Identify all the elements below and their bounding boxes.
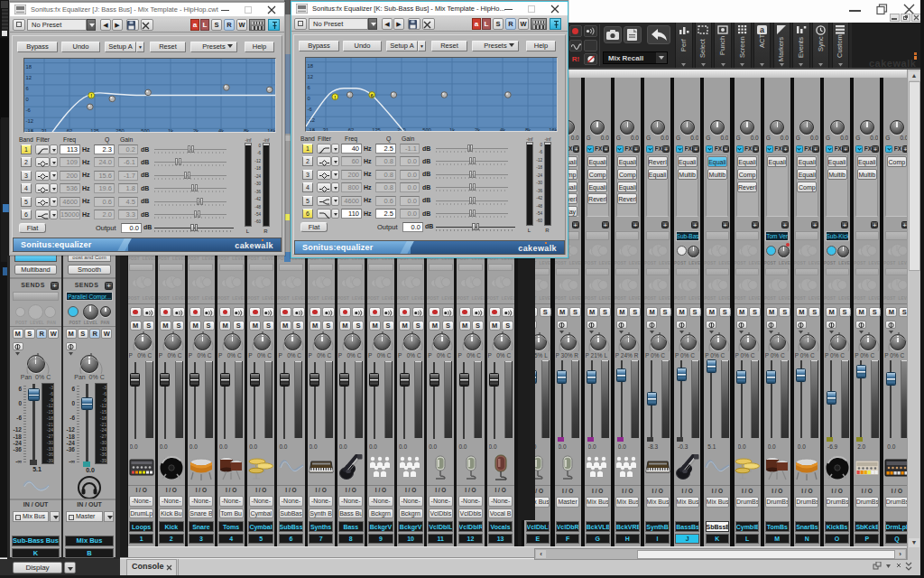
svg-text:8k: 8k xyxy=(244,128,249,134)
svg-text:16k: 16k xyxy=(549,127,557,133)
svg-text:18: 18 xyxy=(308,63,313,69)
svg-text:2k: 2k xyxy=(475,127,480,133)
svg-text:1k: 1k xyxy=(168,128,173,134)
svg-text:125: 125 xyxy=(372,127,381,133)
svg-text:18: 18 xyxy=(26,64,32,70)
svg-text:4k: 4k xyxy=(218,128,224,134)
svg-text:6: 6 xyxy=(308,85,310,90)
svg-text:!: ! xyxy=(334,95,336,100)
svg-text:8k: 8k xyxy=(525,127,531,133)
svg-text:!: ! xyxy=(90,93,92,98)
svg-text:31: 31 xyxy=(42,128,47,134)
svg-text:-6: -6 xyxy=(26,107,31,113)
svg-text:-6: -6 xyxy=(308,107,312,112)
svg-text:1k: 1k xyxy=(449,127,455,133)
svg-text:-18: -18 xyxy=(308,127,315,133)
svg-text:12: 12 xyxy=(26,75,32,80)
svg-text:31: 31 xyxy=(323,127,328,133)
svg-text:4k: 4k xyxy=(500,127,505,133)
svg-text:-12: -12 xyxy=(26,118,33,124)
svg-text:0: 0 xyxy=(308,96,310,101)
svg-text:2k: 2k xyxy=(193,128,199,134)
svg-text:0: 0 xyxy=(26,97,29,102)
svg-text:62: 62 xyxy=(348,127,354,133)
svg-text:125: 125 xyxy=(90,128,99,134)
svg-text:250: 250 xyxy=(116,128,125,134)
svg-text:-18: -18 xyxy=(26,128,33,134)
svg-text:6: 6 xyxy=(26,86,29,91)
svg-text:500: 500 xyxy=(422,127,431,133)
svg-text:62: 62 xyxy=(67,128,72,134)
svg-text:12: 12 xyxy=(308,74,313,79)
svg-text:16k: 16k xyxy=(267,128,275,134)
svg-text:500: 500 xyxy=(141,128,150,134)
